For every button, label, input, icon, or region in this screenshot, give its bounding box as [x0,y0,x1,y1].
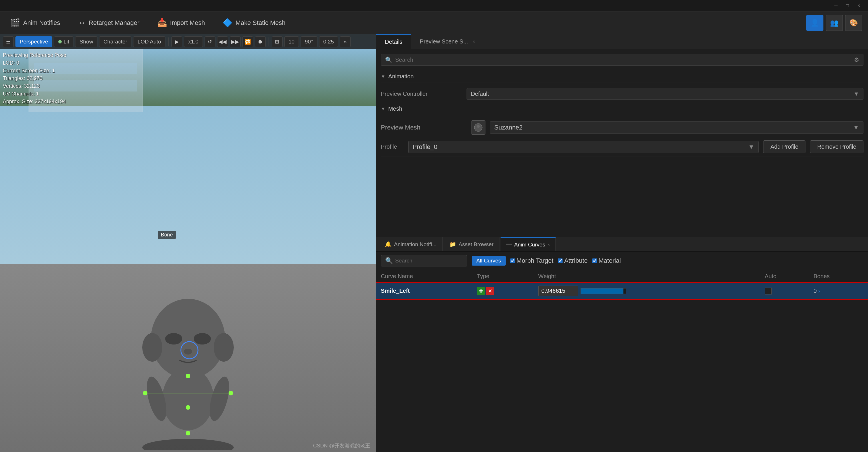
tab-details[interactable]: Details [376,34,411,49]
mesh-selected: Suzanne2 [494,124,523,131]
import-mesh-button[interactable]: 📥 Import Mesh [153,16,210,30]
rig-joint-top [186,374,190,378]
mesh-dropdown[interactable]: Suzanne2 ▼ [490,121,863,134]
preview-controller-label: Preview Controller [381,91,467,97]
anim-curves-label: Anim Curves [514,242,545,248]
profile-dropdown[interactable]: Profile_0 ▼ [408,141,758,153]
animation-notifi-icon: 🔔 [385,241,392,248]
filter-attribute-checkbox[interactable] [558,259,563,263]
rewind-button[interactable]: ↺ [205,36,215,47]
left-eye [165,333,182,344]
anim-panel-tabs: 🔔 Animation Notifi... 📁 Asset Browser 〰 … [376,237,868,251]
auto-checkbox[interactable] [765,288,772,295]
lit-button[interactable]: Lit [54,36,73,47]
toolbar-right: 👤 👥 🎨 [806,15,862,31]
static-mesh-icon: 🔷 [223,18,232,27]
preview-controller-dropdown[interactable]: Default ▼ [467,88,863,100]
character-label: Character [103,39,127,45]
playback-label: x1.0 [188,39,198,45]
table-row[interactable]: Smile_Left ✚ ✕ [376,283,868,299]
curve-type-cell: ✚ ✕ [472,283,534,299]
top-toolbar: 🎬 Anim Notifies ↔ Retarget Manager 📥 Imp… [0,11,868,34]
character-svg [117,250,259,450]
loop-button[interactable]: 🔁 [242,36,253,47]
weight-input[interactable] [538,285,578,296]
details-settings-icon[interactable]: ⚙ [854,56,859,63]
record-button[interactable]: ⏺ [255,36,266,47]
svg-point-1 [477,125,480,128]
curves-table: Curve Name Type Weight Auto Bones Smile_… [376,270,868,299]
col-auto: Auto [760,270,809,283]
tab-anim-curves[interactable]: 〰 Anim Curves × [501,237,556,251]
anim-notifies-icon: 🎬 [10,18,20,27]
filter-material-checkbox[interactable] [592,259,597,263]
preview-controller-value: Default ▼ [467,88,863,100]
anim-notifies-button[interactable]: 🎬 Anim Notifies [6,16,65,30]
curves-search-icon: 🔍 [385,257,393,265]
tab-asset-browser[interactable]: 📁 Asset Browser [444,237,499,251]
viewport-toolbar: ☰ Perspective Lit Show Character LOD Aut… [0,34,376,49]
show-button[interactable]: Show [75,36,97,47]
filter-morph-text: Morph Target [517,257,553,265]
lod-button[interactable]: LOD Auto [133,36,165,47]
angle-label: 90° [305,39,313,45]
animation-section-header[interactable]: ▼ Animation [381,70,863,83]
perspective-button[interactable]: Perspective [16,36,52,47]
details-content: 🔍 ⚙ ▼ Animation Preview Controller Defau… [376,49,868,237]
step-forward[interactable]: ▶▶ [230,36,241,47]
filter-attribute-label: Attribute [558,257,588,265]
right-panel: Details Preview Scene S... × 🔍 ⚙ ▼ Anima… [376,34,868,452]
mesh-section-header[interactable]: ▼ Mesh [381,103,863,115]
hamburger-menu[interactable]: ☰ [3,36,14,47]
curves-table-body: Smile_Left ✚ ✕ [376,283,868,299]
filter-morph-checkbox[interactable] [510,259,515,263]
stat-line2: LOD: 0 [3,59,66,67]
character-button[interactable]: Character [99,36,131,47]
persona-button3[interactable]: 🎨 [845,15,862,31]
show-label: Show [80,39,93,45]
retarget-label: Retarget Manager [89,19,140,27]
scale-label: 0.25 [323,39,334,45]
title-bar-controls: ─ □ × [833,2,862,9]
anim-curves-tab-close[interactable]: × [548,242,550,247]
asset-browser-icon: 📁 [450,241,456,248]
viewport[interactable]: ☰ Perspective Lit Show Character LOD Aut… [0,34,376,452]
remove-profile-button[interactable]: Remove Profile [810,140,863,153]
close-button[interactable]: × [856,2,862,9]
play-button[interactable]: ▶ [172,36,182,47]
preview-controller-row: Preview Controller Default ▼ [381,85,863,103]
grid-button[interactable]: ⊞ [272,36,283,47]
tab-preview-scene[interactable]: Preview Scene S... × [411,34,484,49]
angle-btn[interactable]: 90° [301,36,317,47]
type-icon-add[interactable]: ✚ [477,287,485,295]
persona-button2[interactable]: 👥 [826,15,843,31]
curves-search-input[interactable] [395,258,463,264]
anim-curves-icon: 〰 [506,242,512,248]
filter-material-text: Material [598,257,621,265]
dropdown-chevron-icon: ▼ [854,91,859,97]
grid-num[interactable]: 10 [284,36,299,47]
profile-chevron-icon: ▼ [748,143,754,151]
make-static-mesh-button[interactable]: 🔷 Make Static Mesh [218,16,290,30]
rig-joint-right [228,391,233,395]
weight-bar-fill [581,289,624,294]
weight-bar [581,288,626,294]
preview-tab-close[interactable]: × [472,39,475,44]
stat-line4: Triangles: 62,976 [3,74,66,82]
persona-button[interactable]: 👤 [806,15,824,31]
minimize-button[interactable]: ─ [833,2,839,9]
bone-label: Bone [158,231,176,239]
more-options[interactable]: » [340,36,350,47]
bones-expand-icon[interactable]: › [818,288,820,294]
retarget-manager-button[interactable]: ↔ Retarget Manager [73,16,144,30]
scale-btn[interactable]: 0.25 [319,36,338,47]
playback-speed[interactable]: x1.0 [184,36,203,47]
filter-all-curves-button[interactable]: All Curves [472,256,506,266]
add-profile-button[interactable]: Add Profile [763,140,805,153]
step-back[interactable]: ◀◀ [217,36,228,47]
details-search-input[interactable] [395,57,851,63]
maximize-button[interactable]: □ [844,2,851,9]
tab-animation-notifi[interactable]: 🔔 Animation Notifi... [379,237,442,251]
type-icon-remove[interactable]: ✕ [486,287,494,295]
stat-line1: Previewing Reference Pose [3,52,66,59]
